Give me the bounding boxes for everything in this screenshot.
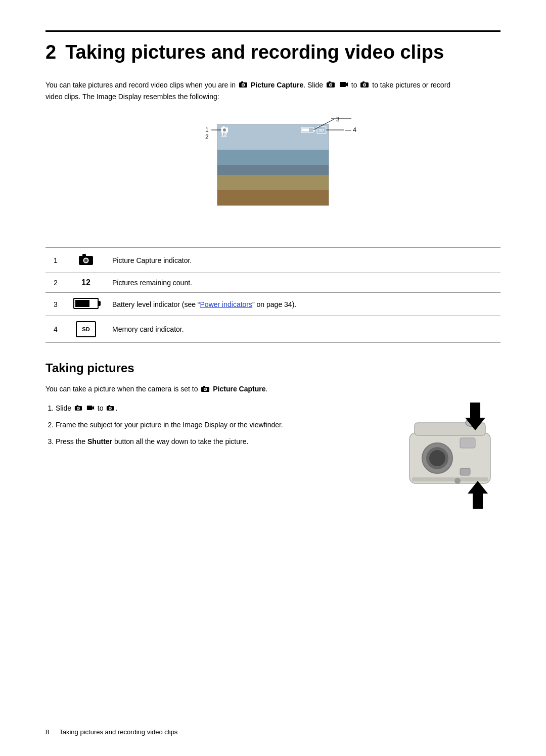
table-cell-desc: Memory card indicator.	[106, 316, 500, 343]
steps-ordered-list: Slide	[56, 403, 389, 447]
section-intro-paragraph: You can take a picture when the camera i…	[46, 383, 500, 395]
svg-rect-63	[412, 477, 488, 481]
table-cell-icon	[66, 248, 106, 273]
svg-point-6	[330, 84, 332, 86]
svg-rect-3	[241, 81, 243, 83]
shutter-bold: Shutter	[87, 437, 112, 446]
table-cell-desc: Picture Capture indicator.	[106, 248, 500, 273]
svg-rect-22	[222, 126, 225, 128]
svg-rect-64	[460, 468, 470, 475]
intro-text-3: to	[351, 81, 357, 89]
step-3: Press the Shutter button all the way dow…	[56, 436, 389, 447]
steps-list: Slide	[46, 403, 389, 452]
intro-text-1: You can take pictures and record video c…	[46, 81, 236, 89]
switch-icon-1	[326, 80, 335, 91]
step1-video-icon	[86, 403, 95, 414]
chapter-number: 2	[46, 41, 56, 63]
svg-point-65	[454, 478, 461, 484]
indicator-table: 1 Picture Capture indicator. 2 12	[46, 247, 500, 343]
svg-rect-8	[340, 82, 346, 87]
camera-icon-inline-2	[360, 80, 369, 91]
step1-cam-icon1	[74, 403, 82, 414]
table-desc-3-suffix: ” on page 34).	[252, 300, 296, 308]
table-cell-num: 1	[46, 248, 66, 273]
svg-rect-17	[217, 165, 329, 175]
table-cell-num: 4	[46, 316, 66, 343]
svg-text:1: 1	[205, 126, 209, 134]
section-intro-bold: Picture Capture	[213, 385, 265, 393]
svg-point-12	[363, 84, 366, 86]
table-cell-desc: Battery level indicator (see “Power indi…	[106, 293, 500, 316]
svg-text:— 4: — 4	[345, 126, 356, 134]
svg-text:ON/OFF: ON/OFF	[458, 450, 469, 453]
battery-icon-table	[73, 298, 99, 309]
camera-icon-inline	[239, 80, 248, 91]
camera-icon-section	[201, 384, 210, 395]
chapter-heading: 2Taking pictures and recording video cli…	[46, 41, 500, 64]
intro-paragraph: You can take pictures and record video c…	[46, 79, 460, 103]
svg-rect-49	[87, 406, 93, 410]
intro-text-2: . Slide	[303, 81, 323, 89]
svg-rect-44	[203, 386, 205, 387]
table-row: 3 Battery level indicator (see “Power in…	[46, 293, 500, 316]
table-cell-num: 2	[46, 273, 66, 293]
svg-rect-48	[76, 405, 78, 406]
lcd-diagram: 12 SD 1 2 3 — 4	[177, 114, 369, 232]
power-indicators-link[interactable]: Power indicators	[200, 300, 253, 308]
section-heading: Taking pictures	[46, 361, 500, 375]
svg-rect-40	[82, 254, 86, 256]
table-desc-4: Memory card indicator.	[112, 325, 184, 333]
footer-text: Taking pictures and recording video clip…	[59, 728, 177, 736]
step-1-to: to	[98, 404, 106, 412]
svg-point-53	[110, 408, 112, 410]
table-row: 2 12 Pictures remaining count.	[46, 273, 500, 293]
svg-marker-67	[468, 481, 488, 509]
svg-rect-7	[329, 81, 331, 83]
svg-rect-54	[109, 405, 111, 406]
section-intro-text: You can take a picture when the camera i…	[46, 385, 198, 393]
step-1-text: Slide	[56, 404, 73, 412]
sd-icon-table: SD	[76, 321, 96, 337]
table-row: 4 SD Memory card indicator.	[46, 316, 500, 343]
table-cell-desc: Pictures remaining count.	[106, 273, 500, 293]
table-cell-icon	[66, 293, 106, 316]
svg-rect-18	[217, 175, 329, 190]
table-desc-2: Pictures remaining count.	[112, 279, 192, 287]
step-1: Slide	[56, 403, 389, 414]
lcd-diagram-svg: 12 SD 1 2 3 — 4	[177, 114, 369, 231]
step1-cam-icon2	[106, 403, 114, 414]
table-cell-icon: SD	[66, 316, 106, 343]
step-2: Frame the subject for your picture in th…	[56, 419, 389, 430]
svg-marker-9	[346, 82, 348, 86]
video-icon-inline	[339, 80, 348, 91]
svg-text:2: 2	[205, 134, 209, 141]
count-12: 12	[81, 278, 90, 287]
svg-text:12: 12	[221, 131, 227, 138]
table-cell-icon: 12	[66, 273, 106, 293]
chapter-title: Taking pictures and recording video clip…	[65, 41, 444, 63]
svg-point-43	[204, 388, 206, 390]
svg-point-61	[429, 450, 445, 466]
camera-icon-table	[78, 253, 94, 266]
top-rule	[46, 30, 500, 32]
page-container: 2Taking pictures and recording video cli…	[0, 0, 546, 551]
table-desc-3-prefix: Battery level indicator (see “	[112, 300, 200, 308]
svg-point-39	[84, 259, 88, 262]
steps-area: Slide	[46, 403, 500, 510]
svg-rect-19	[217, 190, 329, 205]
svg-rect-13	[362, 81, 365, 83]
svg-point-47	[77, 408, 79, 410]
svg-marker-50	[92, 406, 94, 410]
diagram-section: 12 SD 1 2 3 — 4	[46, 114, 500, 232]
footer-page-num: 8	[46, 728, 49, 736]
table-desc-1: Picture Capture indicator.	[112, 256, 192, 264]
table-cell-num: 3	[46, 293, 66, 316]
svg-text:SD: SD	[318, 128, 324, 132]
svg-rect-25	[302, 128, 309, 131]
svg-rect-16	[217, 150, 329, 165]
svg-text:3: 3	[336, 116, 340, 123]
svg-rect-15	[217, 124, 329, 150]
intro-bold-1: Picture Capture	[251, 81, 303, 89]
camera-diagram: ON/OFF	[399, 403, 500, 510]
camera-diagram-svg: ON/OFF	[399, 403, 500, 509]
